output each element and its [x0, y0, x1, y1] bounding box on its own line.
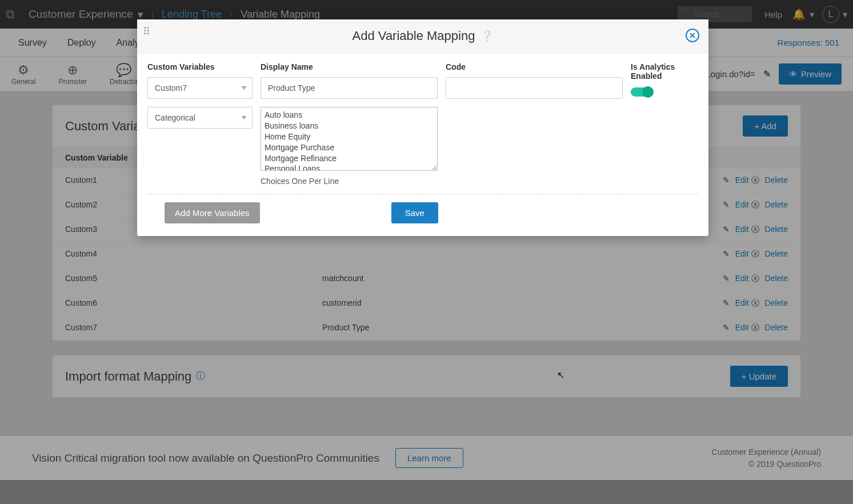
display-name-input[interactable] [261, 77, 438, 99]
modal-body: Custom Variables Custom7 Display Name Co… [137, 53, 708, 236]
label-code: Code [446, 62, 623, 71]
custom-select[interactable]: Custom7 [147, 77, 253, 99]
toggle-knob [642, 86, 654, 98]
save-button[interactable]: Save [391, 202, 438, 223]
code-input[interactable] [446, 77, 623, 99]
modal-title: Add Variable Mapping ❔ [353, 29, 494, 43]
help-icon[interactable]: ❔ [480, 30, 493, 42]
choices-hint: Choices One Per Line [261, 177, 438, 186]
drag-handle-icon[interactable]: ⠿ [143, 25, 149, 38]
choices-textarea[interactable] [261, 107, 438, 171]
label-custom: Custom Variables [147, 62, 253, 71]
add-variable-modal: ⠿ Add Variable Mapping ❔ ✕ Custom Variab… [137, 19, 708, 236]
label-display: Display Name [261, 62, 438, 71]
label-analytics: Is Analytics Enabled [631, 62, 698, 81]
modal-header: ⠿ Add Variable Mapping ❔ ✕ [137, 19, 708, 53]
analytics-toggle[interactable] [631, 87, 652, 97]
add-more-button[interactable]: Add More Variables [165, 202, 260, 223]
close-icon[interactable]: ✕ [686, 29, 699, 42]
type-select[interactable]: Categorical [147, 107, 253, 129]
